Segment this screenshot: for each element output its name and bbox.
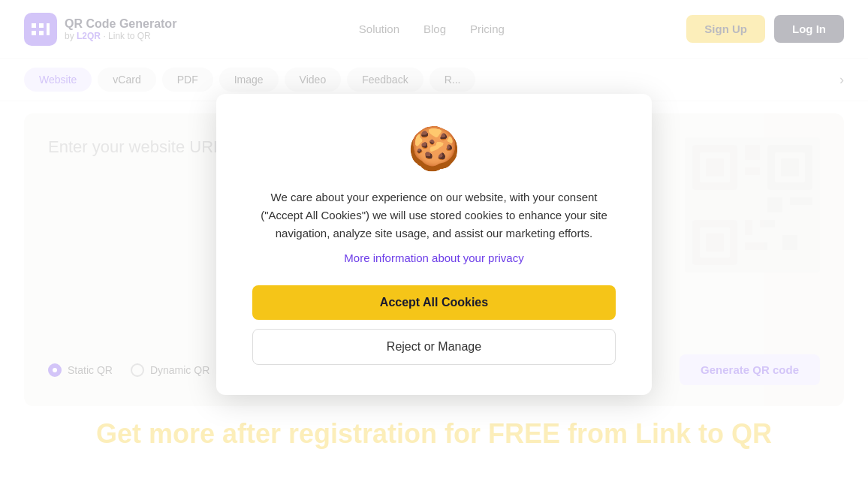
reject-cookies-button[interactable]: Reject or Manage — [252, 329, 616, 365]
cookie-modal-overlay: 🍪 We care about your experience on our w… — [0, 0, 868, 488]
cookie-modal: 🍪 We care about your experience on our w… — [216, 94, 652, 395]
accept-cookies-button[interactable]: Accept All Cookies — [252, 285, 616, 320]
cookie-modal-text: We care about your experience on our web… — [252, 188, 616, 242]
cookie-privacy-link[interactable]: More information about your privacy — [252, 252, 616, 264]
cookie-icon: 🍪 — [252, 124, 616, 173]
